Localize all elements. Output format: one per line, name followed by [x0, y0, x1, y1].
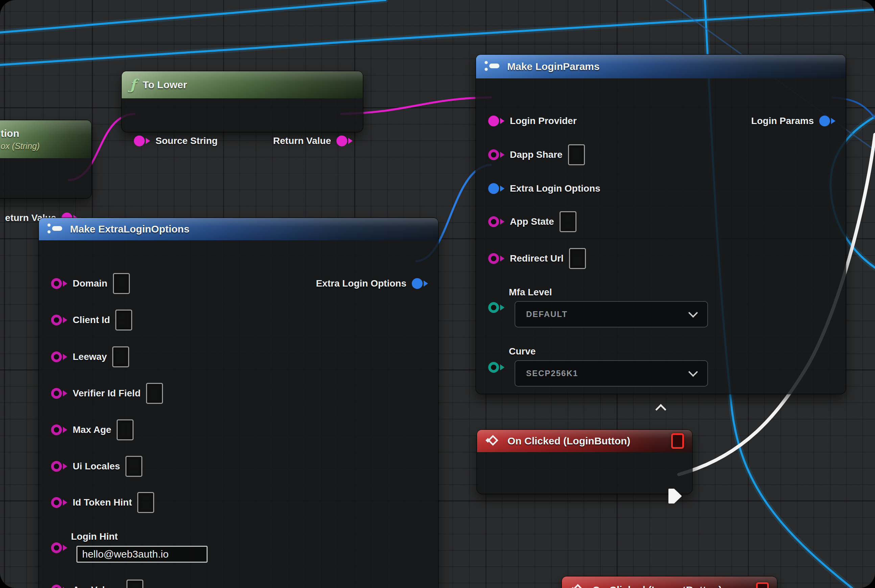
- dropdown-value: DEFAULT: [526, 309, 568, 319]
- pin-source-string-input[interactable]: [134, 135, 150, 146]
- pin-label-max-age: Max Age: [73, 424, 111, 435]
- checkbox-acr-values[interactable]: [126, 579, 143, 588]
- node-body: Login ProviderLogin ParamsDapp ShareExtr…: [476, 78, 846, 394]
- pin-app-state-input[interactable]: [488, 216, 504, 227]
- checkbox-max-age[interactable]: [117, 419, 134, 440]
- pin-id-token-hint-input[interactable]: [51, 497, 67, 508]
- node-header-to-lower[interactable]: ƒTo Lower: [122, 71, 363, 98]
- pin-acr-values-input[interactable]: [51, 585, 67, 588]
- pin-ui-locales-input[interactable]: [51, 461, 67, 472]
- pin-circle-icon: [488, 302, 499, 313]
- pin-circle-icon: [488, 116, 499, 126]
- pin-leeway-input[interactable]: [51, 351, 67, 362]
- pin-label-extra-login-options: Extra Login Options: [510, 183, 600, 194]
- pin-verifier-id-field-input[interactable]: [51, 388, 67, 399]
- pin-row: Max Age: [39, 419, 438, 440]
- checkbox-domain[interactable]: [113, 273, 130, 294]
- pin-tail-icon: [63, 500, 67, 506]
- node-make-loginparams[interactable]: Make LoginParamsLogin ProviderLogin Para…: [476, 55, 846, 394]
- pin-row: Client Id: [39, 309, 438, 330]
- pin-label-source-string: Source String: [155, 135, 218, 146]
- checkbox-verifier-id-field[interactable]: [146, 383, 163, 404]
- node-on-clicked-logoutbutton[interactable]: On Clicked (LogoutButton): [562, 576, 777, 588]
- pin-circle-icon: [134, 135, 145, 146]
- pin-mfa-level-input[interactable]: [488, 302, 504, 313]
- checkbox-app-state[interactable]: [559, 211, 576, 232]
- blueprint-graph-canvas[interactable]: tionox (String)eturn ValueƒTo LowerSourc…: [0, 0, 875, 588]
- pin-row: Id Token Hint: [39, 492, 438, 513]
- node-to-lower[interactable]: ƒTo LowerSource StringReturn Value: [122, 71, 363, 132]
- node-header-make-extraloginoptions[interactable]: Make ExtraLoginOptions: [39, 218, 438, 240]
- pin-circle-icon: [488, 362, 499, 373]
- node-on-clicked-loginbutton[interactable]: On Clicked (LoginButton): [477, 430, 692, 494]
- pin-circle-icon: [51, 461, 62, 472]
- pin-row: Source StringReturn Value: [122, 135, 363, 146]
- pin-circle-icon: [51, 315, 62, 326]
- pin-tail-icon: [500, 152, 504, 158]
- make-struct-icon: [47, 222, 63, 236]
- dropdown-curve[interactable]: SECP256K1: [514, 360, 708, 387]
- pin-tail-icon: [500, 219, 504, 225]
- chevron-down-icon: [689, 308, 698, 318]
- checkbox-dapp-share[interactable]: [568, 144, 585, 165]
- pin-login-provider-input[interactable]: [488, 116, 504, 126]
- node-header-tion[interactable]: tionox (String): [0, 120, 91, 158]
- pin-circle-icon: [488, 216, 499, 227]
- node-title: On Clicked (LogoutButton): [592, 584, 722, 588]
- event-diamond-icon: [485, 432, 501, 450]
- pin-label-app-state: App State: [510, 216, 554, 227]
- event-diamond-icon: [570, 582, 586, 588]
- pin-extra-login-options-output[interactable]: [412, 278, 428, 289]
- pin-circle-icon: [51, 388, 62, 399]
- pin-tail-icon: [424, 280, 428, 286]
- pin-return-value-output[interactable]: [337, 135, 353, 146]
- chevron-up-icon: [655, 404, 666, 415]
- pin-label-domain: Domain: [73, 278, 108, 289]
- node-body: [477, 452, 692, 494]
- pin-extra-login-options-input[interactable]: [488, 183, 504, 194]
- field-label-login-hint: Login Hint: [71, 531, 207, 542]
- pin-dapp-share-input[interactable]: [488, 149, 504, 160]
- node-header-on-clicked-loginbutton[interactable]: On Clicked (LoginButton): [477, 430, 692, 452]
- pin-row: Acr Values: [39, 579, 438, 588]
- pin-label-login-params: Login Params: [751, 116, 814, 126]
- pin-client-id-input[interactable]: [51, 315, 67, 326]
- pin-redirect-url-input[interactable]: [488, 253, 504, 264]
- node-body: Source StringReturn Value: [122, 98, 363, 132]
- node-header-on-clicked-logoutbutton[interactable]: On Clicked (LogoutButton): [562, 576, 777, 588]
- pin-tail-icon: [63, 390, 67, 396]
- dropdown-mfa-level[interactable]: DEFAULT: [514, 301, 708, 327]
- field-mfa-level: Mfa LevelDEFAULT: [509, 286, 708, 327]
- pin-curve-input[interactable]: [488, 362, 504, 373]
- node-body: eturn Value: [0, 158, 91, 198]
- checkbox-ui-locales[interactable]: [125, 456, 142, 477]
- pin-max-age-input[interactable]: [51, 424, 67, 435]
- pin-row: Leeway: [39, 346, 438, 368]
- checkbox-redirect-url[interactable]: [569, 248, 586, 269]
- pin-row: [477, 488, 692, 506]
- pin-tail-icon: [500, 255, 504, 261]
- checkbox-leeway[interactable]: [112, 346, 129, 368]
- pin-login-params-output[interactable]: [819, 116, 836, 126]
- make-struct-icon: [484, 60, 501, 74]
- node-header-make-loginparams[interactable]: Make LoginParams: [476, 55, 846, 78]
- pin-domain-input[interactable]: [51, 278, 67, 289]
- function-icon: ƒ: [130, 78, 136, 92]
- node-title: To Lower: [143, 79, 187, 91]
- textbox-login-hint[interactable]: hello@web3auth.io: [77, 546, 207, 562]
- collapse-node-button[interactable]: [656, 404, 666, 412]
- node-subtitle: ox (String): [1, 141, 39, 151]
- pin-circle-icon: [51, 542, 62, 553]
- pin-label-id-token-hint: Id Token Hint: [73, 497, 132, 508]
- pin-row: Ui Locales: [39, 456, 438, 477]
- checkbox-id-token-hint[interactable]: [137, 492, 154, 513]
- pin-tail-icon: [500, 304, 504, 310]
- node-tion[interactable]: tionox (String)eturn Value: [0, 120, 91, 198]
- pin-login-hint-input[interactable]: [51, 542, 67, 553]
- checkbox-client-id[interactable]: [115, 309, 132, 330]
- node-make-extraloginoptions[interactable]: Make ExtraLoginOptionsDomainExtra Login …: [39, 218, 438, 588]
- pin-circle-icon: [488, 253, 499, 264]
- pin-circle-icon: [488, 183, 499, 194]
- exec-output-pin[interactable]: [668, 488, 682, 506]
- pin-circle-icon: [51, 497, 62, 508]
